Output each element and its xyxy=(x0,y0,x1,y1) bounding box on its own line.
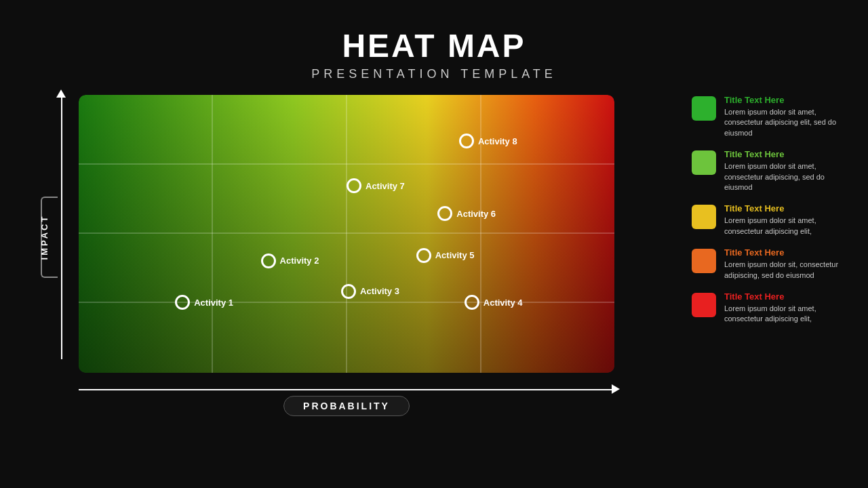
activity-8: Activity 8 xyxy=(459,134,517,148)
legend-text-5: Title Text Here Lorem ipsum dolor sit am… xyxy=(724,291,848,325)
activity-6: Activity 6 xyxy=(437,206,496,221)
dot-circle-6 xyxy=(437,206,452,221)
dot-circle-7 xyxy=(347,178,361,193)
legend-swatch-5 xyxy=(692,293,716,317)
activity-2: Activity 2 xyxy=(261,253,319,268)
dot-circle-4 xyxy=(465,295,479,310)
activity-label-7: Activity 7 xyxy=(366,181,405,191)
legend-item-1: Title Text Here Lorem ipsum dolor sit am… xyxy=(692,95,848,138)
heatmap-wrapper: Activity 1 Activity 2 Activity 3 Activit… xyxy=(79,95,671,409)
dot-circle-5 xyxy=(416,248,431,263)
y-axis-label: IMPACT xyxy=(39,215,50,260)
x-axis-line xyxy=(79,389,614,390)
legend-title-5: Title Text Here xyxy=(724,291,848,302)
activity-label-5: Activity 5 xyxy=(435,250,475,260)
legend-desc-5: Lorem ipsum dolor sit amet, consectetur … xyxy=(724,304,848,325)
legend: Title Text Here Lorem ipsum dolor sit am… xyxy=(692,95,848,325)
y-axis-arrow xyxy=(56,89,66,98)
legend-desc-3: Lorem ipsum dolor sit amet, consectetur … xyxy=(724,216,848,237)
legend-desc-2: Lorem ipsum dolor sit amet, consectetur … xyxy=(724,161,848,192)
dot-circle-3 xyxy=(341,284,356,299)
legend-text-4: Title Text Here Lorem ipsum dolor sit, c… xyxy=(724,247,848,281)
legend-text-2: Title Text Here Lorem ipsum dolor sit am… xyxy=(724,149,848,192)
legend-text-3: Title Text Here Lorem ipsum dolor sit am… xyxy=(724,203,848,237)
heatmap-svg xyxy=(79,95,614,373)
activity-5: Activity 5 xyxy=(416,248,475,263)
main-layout: IMPACT xyxy=(0,95,868,409)
legend-swatch-2 xyxy=(692,150,716,175)
activity-label-2: Activity 2 xyxy=(280,256,319,266)
legend-title-4: Title Text Here xyxy=(724,247,848,258)
page-title: HEAT MAP xyxy=(0,27,868,64)
x-axis-arrow xyxy=(612,384,620,394)
activity-4: Activity 4 xyxy=(465,295,523,310)
dot-circle-1 xyxy=(175,295,190,310)
heatmap-grid: Activity 1 Activity 2 Activity 3 Activit… xyxy=(79,95,614,373)
legend-swatch-3 xyxy=(692,205,716,229)
legend-swatch-4 xyxy=(692,249,716,273)
activity-label-4: Activity 4 xyxy=(484,298,523,308)
activity-label-8: Activity 8 xyxy=(478,136,517,146)
activity-1: Activity 1 xyxy=(175,295,233,310)
legend-swatch-1 xyxy=(692,96,716,121)
legend-text-1: Title Text Here Lorem ipsum dolor sit am… xyxy=(724,95,848,138)
legend-desc-4: Lorem ipsum dolor sit, consectetur adipi… xyxy=(724,260,848,281)
activity-7: Activity 7 xyxy=(347,178,405,193)
legend-item-4: Title Text Here Lorem ipsum dolor sit, c… xyxy=(692,247,848,281)
legend-desc-1: Lorem ipsum dolor sit amet, consectetur … xyxy=(724,107,848,138)
activity-label-6: Activity 6 xyxy=(456,209,496,219)
activity-3: Activity 3 xyxy=(341,284,399,299)
page-subtitle: PRESENTATION TEMPLATE xyxy=(0,67,868,81)
legend-title-3: Title Text Here xyxy=(724,203,848,214)
page-header: HEAT MAP PRESENTATION TEMPLATE xyxy=(0,0,868,81)
legend-title-2: Title Text Here xyxy=(724,149,848,159)
activity-label-1: Activity 1 xyxy=(194,298,233,308)
dot-circle-8 xyxy=(459,134,474,148)
legend-item-3: Title Text Here Lorem ipsum dolor sit am… xyxy=(692,203,848,237)
activity-label-3: Activity 3 xyxy=(360,286,399,296)
dot-circle-2 xyxy=(261,253,276,268)
legend-title-1: Title Text Here xyxy=(724,95,848,105)
legend-item-2: Title Text Here Lorem ipsum dolor sit am… xyxy=(692,149,848,192)
x-axis-label: PROBABILITY xyxy=(283,396,410,416)
y-axis-line xyxy=(61,95,62,359)
legend-item-5: Title Text Here Lorem ipsum dolor sit am… xyxy=(692,291,848,325)
y-axis: IMPACT xyxy=(41,95,75,380)
x-axis: PROBABILITY xyxy=(79,375,614,409)
